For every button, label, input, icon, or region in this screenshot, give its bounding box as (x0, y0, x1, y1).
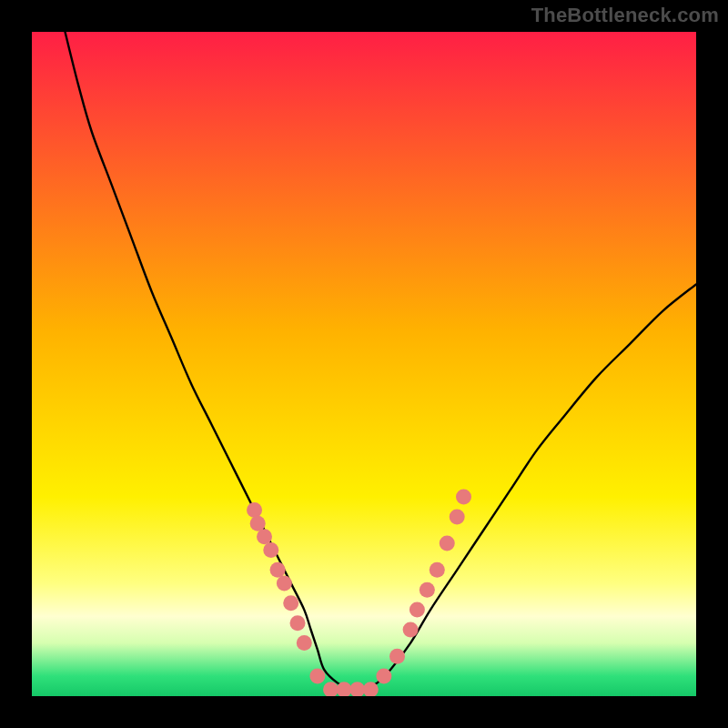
gradient-background (32, 32, 696, 696)
highlight-dot (410, 602, 425, 618)
chart-frame: TheBottleneck.com (0, 0, 728, 728)
highlight-dot (420, 582, 435, 598)
highlight-dot (297, 635, 312, 651)
highlight-dot (430, 562, 445, 578)
highlight-dot (389, 649, 405, 664)
highlight-dot (247, 502, 262, 518)
plot-area (32, 32, 696, 696)
highlight-dot (270, 562, 286, 578)
highlight-dot (403, 622, 419, 638)
highlight-dot (257, 529, 272, 544)
highlight-dot (250, 516, 266, 531)
highlight-dot (290, 615, 306, 631)
highlight-dot (277, 575, 292, 591)
highlight-dot (263, 542, 278, 558)
highlight-dot (376, 669, 391, 684)
highlight-dot (440, 536, 455, 551)
highlight-dot (283, 595, 298, 611)
attribution-label: TheBottleneck.com (531, 4, 719, 27)
highlight-dot (309, 669, 325, 684)
highlight-dot (456, 490, 471, 505)
highlight-dot (450, 509, 465, 524)
bottleneck-chart (32, 32, 696, 696)
